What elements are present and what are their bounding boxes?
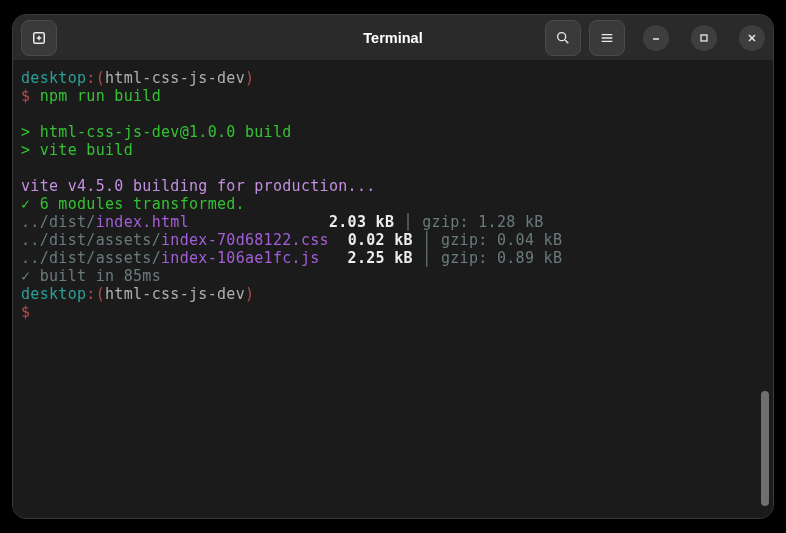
command: npm run build — [40, 87, 161, 105]
build-output-row: ../dist/assets/index-106ae1fc.js 2.25 kB… — [21, 249, 773, 267]
close-button[interactable] — [739, 25, 765, 51]
svg-rect-9 — [701, 35, 707, 41]
titlebar: Terminal — [13, 15, 773, 61]
svg-point-3 — [558, 32, 566, 40]
prompt-symbol: $ — [21, 87, 30, 105]
maximize-button[interactable] — [691, 25, 717, 51]
build-time: built in 85ms — [40, 267, 161, 285]
new-tab-button[interactable] — [21, 20, 57, 56]
build-output-row: ../dist/assets/index-70d68122.css 0.02 k… — [21, 231, 773, 249]
scrollbar-thumb[interactable] — [761, 391, 769, 506]
npm-script-line: html-css-js-dev@1.0.0 build — [40, 123, 292, 141]
vite-version: v4.5.0 — [68, 177, 124, 195]
build-output-row: ../dist/index.html 2.03 kB │ gzip: 1.28 … — [21, 213, 773, 231]
search-button[interactable] — [545, 20, 581, 56]
svg-line-4 — [565, 40, 568, 43]
npm-script-cmd: vite build — [40, 141, 133, 159]
menu-button[interactable] — [589, 20, 625, 56]
window-title: Terminal — [363, 29, 422, 47]
prompt-host: desktop — [21, 69, 86, 87]
terminal-window: Terminal — [12, 14, 774, 519]
modules-transformed: 6 modules transformed. — [40, 195, 245, 213]
git-branch: html-css-js-dev — [105, 69, 245, 87]
terminal-output[interactable]: desktop:(html-css-js-dev) $ npm run buil… — [13, 61, 773, 518]
prompt-sep: : — [86, 69, 95, 87]
minimize-button[interactable] — [643, 25, 669, 51]
prompt-symbol: $ — [21, 303, 30, 321]
